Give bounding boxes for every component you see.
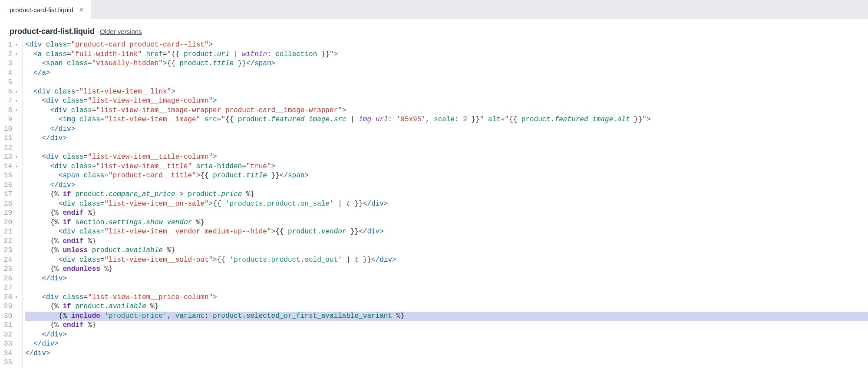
line-number: 10 [0, 125, 20, 134]
line-number: 14▾ [0, 162, 20, 172]
tab-active[interactable]: product-card-list.liquid × [0, 0, 91, 19]
code-line[interactable]: </div> [25, 181, 868, 190]
code-line[interactable] [25, 78, 868, 87]
file-title: product-card-list.liquid [10, 27, 95, 36]
line-number: 30 [0, 312, 20, 321]
line-number: 17 [0, 190, 20, 200]
code-line[interactable]: <div class="list-view-item__title-column… [25, 153, 868, 162]
line-number: 29 [0, 302, 20, 312]
code-line[interactable]: {% endif %} [25, 321, 868, 330]
fold-icon[interactable]: ▾ [13, 87, 18, 97]
line-number: 34 [0, 349, 20, 359]
tab-bar-empty [91, 0, 868, 19]
fold-icon[interactable]: ▾ [13, 50, 18, 60]
line-number-gutter: 1▾2▾3456▾7▾8▾910111213▾14▾15161718192021… [0, 40, 23, 368]
code-line[interactable] [25, 283, 868, 293]
code-line[interactable]: {% if section.settings.show_vendor %} [25, 218, 868, 228]
code-line[interactable]: {% endif %} [25, 237, 868, 246]
line-number: 7▾ [0, 96, 20, 106]
tab-bar: product-card-list.liquid × [0, 0, 868, 19]
code-line[interactable]: {% endif %} [25, 209, 868, 218]
code-line[interactable]: </div> [25, 134, 868, 143]
code-line[interactable] [25, 358, 868, 368]
line-number: 2▾ [0, 50, 20, 60]
code-line[interactable]: <div class="list-view-item__image-wrappe… [25, 106, 868, 116]
line-number: 31 [0, 321, 20, 330]
line-number: 25 [0, 265, 20, 274]
fold-icon[interactable]: ▾ [13, 153, 18, 162]
line-number: 32 [0, 330, 20, 340]
line-number: 16 [0, 181, 20, 190]
code-line[interactable]: {% if product.available %} [25, 302, 868, 312]
line-number: 9 [0, 115, 20, 125]
line-number: 23 [0, 246, 20, 256]
code-line[interactable]: </div> [25, 125, 868, 134]
code-line[interactable]: </div> [25, 339, 868, 349]
fold-icon[interactable]: ▾ [13, 293, 18, 303]
code-line[interactable]: <div class="list-view-item__image-column… [25, 96, 868, 106]
line-number: 35 [0, 358, 20, 368]
code-line[interactable]: </div> [25, 330, 868, 340]
fold-icon[interactable]: ▾ [13, 96, 18, 106]
code-line[interactable]: {% unless product.available %} [25, 246, 868, 256]
line-number: 13▾ [0, 153, 20, 162]
line-number: 12 [0, 143, 20, 153]
code-line[interactable]: {% endunless %} [25, 265, 868, 274]
line-number: 21 [0, 227, 20, 237]
code-editor[interactable]: 1▾2▾3456▾7▾8▾910111213▾14▾15161718192021… [0, 40, 868, 368]
line-number: 5 [0, 78, 20, 87]
fold-icon[interactable]: ▾ [13, 40, 18, 50]
code-line[interactable]: </a> [25, 69, 868, 78]
code-area[interactable]: <div class="product-card product-card--l… [23, 40, 868, 368]
code-line[interactable] [25, 143, 868, 153]
fold-icon[interactable]: ▾ [13, 162, 18, 172]
line-number: 18 [0, 200, 20, 209]
code-line[interactable]: <div class="list-view-item__vendor mediu… [25, 227, 868, 237]
line-number: 3 [0, 59, 20, 69]
line-number: 11 [0, 134, 20, 143]
line-number: 19 [0, 209, 20, 218]
line-number: 1▾ [0, 40, 20, 50]
code-line[interactable]: <div class="list-view-item__price-column… [25, 293, 868, 303]
line-number: 6▾ [0, 87, 20, 97]
older-versions-link[interactable]: Older versions [100, 28, 142, 35]
line-number: 4 [0, 69, 20, 78]
line-number: 27 [0, 283, 20, 293]
fold-icon[interactable]: ▾ [13, 106, 18, 116]
code-line[interactable]: {% include 'product-price', variant: pro… [25, 312, 868, 321]
code-line[interactable]: <a class="full-width-link" href="{{ prod… [25, 50, 868, 60]
line-number: 8▾ [0, 106, 20, 116]
code-line[interactable]: <div class="list-view-item__sold-out">{{… [25, 256, 868, 265]
line-number: 33 [0, 339, 20, 349]
line-number: 20 [0, 218, 20, 228]
code-line[interactable]: <div class="list-view-item__link"> [25, 87, 868, 97]
line-number: 15 [0, 171, 20, 181]
line-number: 22 [0, 237, 20, 246]
line-number: 24 [0, 256, 20, 265]
code-line[interactable]: <span class="visually-hidden">{{ product… [25, 59, 868, 69]
code-line[interactable]: <img class="list-view-item__image" src="… [25, 115, 868, 125]
code-line[interactable]: <span class="product-card__title">{{ pro… [25, 171, 868, 181]
code-line[interactable]: <div class="list-view-item__on-sale">{{ … [25, 200, 868, 209]
line-number: 28▾ [0, 293, 20, 303]
tab-label: product-card-list.liquid [10, 6, 73, 13]
close-icon[interactable]: × [79, 7, 83, 13]
code-line[interactable]: </div> [25, 274, 868, 284]
line-number: 26 [0, 274, 20, 284]
code-line[interactable]: {% if product.compare_at_price > product… [25, 190, 868, 200]
code-line[interactable]: <div class="product-card product-card--l… [25, 40, 868, 50]
code-line[interactable]: </div> [25, 349, 868, 359]
file-header: product-card-list.liquid Older versions [0, 19, 868, 40]
code-line[interactable]: <div class="list-view-item__title" aria-… [25, 162, 868, 172]
